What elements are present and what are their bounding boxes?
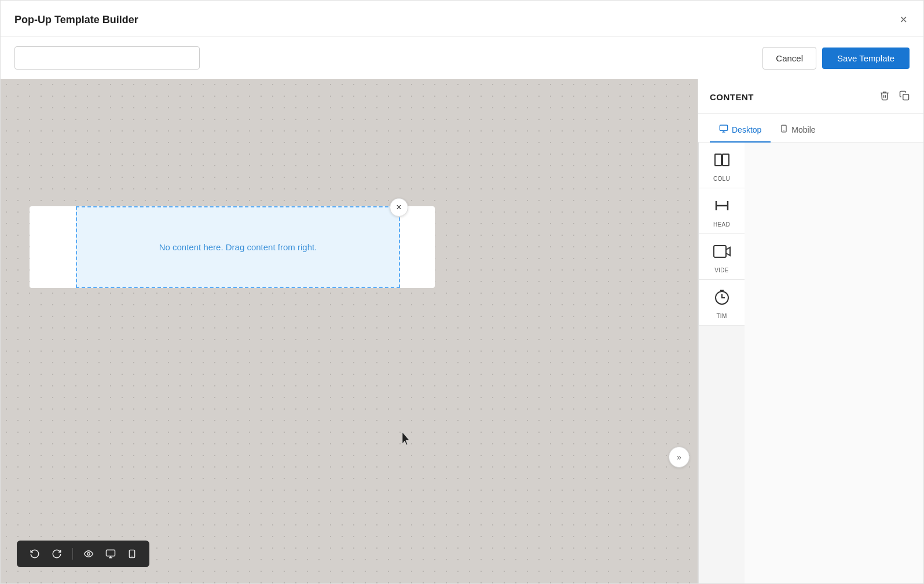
desktop-view-button[interactable] — [102, 546, 119, 561]
widget-columns[interactable]: COLU — [699, 143, 745, 188]
template-name-input[interactable] — [14, 46, 200, 70]
canvas-area: No content here. Drag content from right… — [1, 79, 698, 583]
toolbar-row: Cancel Save Template — [1, 37, 923, 79]
preview-button[interactable] — [80, 546, 97, 561]
widget-heading-label: HEAD — [713, 221, 730, 228]
undo-button[interactable] — [26, 546, 43, 561]
tab-desktop[interactable]: Desktop — [710, 119, 771, 143]
dialog-title: Pop-Up Template Builder — [14, 14, 138, 26]
svg-point-0 — [87, 553, 90, 556]
popup-wrapper: No content here. Drag content from right… — [76, 206, 400, 288]
svg-rect-13 — [723, 154, 729, 166]
desktop-tab-icon — [719, 124, 728, 136]
mobile-tab-icon — [780, 124, 788, 136]
widget-video-label: VIDE — [714, 267, 729, 273]
view-tabs: Desktop Mobile — [698, 114, 923, 143]
widget-strip: COLU HEAD — [698, 143, 745, 583]
sidebar-title: CONTENT — [710, 92, 754, 102]
svg-rect-4 — [129, 550, 134, 557]
toolbar-divider — [72, 548, 73, 560]
svg-rect-1 — [107, 550, 115, 556]
sidebar-delete-button[interactable] — [877, 88, 892, 106]
toolbar-actions: Cancel Save Template — [762, 47, 910, 70]
widget-columns-label: COLU — [713, 176, 730, 182]
tab-desktop-label: Desktop — [732, 125, 761, 134]
heading-icon — [713, 196, 731, 218]
expand-panel-button[interactable]: » — [669, 447, 690, 468]
popup-close-button[interactable]: × — [390, 198, 408, 217]
widget-video[interactable]: VIDE — [699, 234, 745, 280]
widget-timer-label: TIM — [716, 313, 727, 319]
sidebar-copy-button[interactable] — [897, 88, 912, 106]
svg-rect-17 — [714, 246, 726, 257]
tab-mobile[interactable]: Mobile — [771, 119, 824, 143]
popup-right-panel — [400, 206, 435, 288]
dialog-container: Pop-Up Template Builder × Cancel Save Te… — [0, 0, 924, 584]
cursor-indicator — [402, 432, 412, 445]
popup-content-area[interactable]: No content here. Drag content from right… — [76, 206, 400, 288]
timer-icon — [713, 288, 731, 309]
cancel-button[interactable]: Cancel — [762, 47, 816, 70]
main-area: No content here. Drag content from right… — [1, 79, 923, 583]
no-content-label: No content here. Drag content from right… — [159, 242, 317, 252]
popup-block: No content here. Drag content from right… — [30, 206, 435, 288]
dialog-header: Pop-Up Template Builder × — [1, 1, 923, 37]
tab-mobile-label: Mobile — [791, 125, 815, 134]
svg-rect-12 — [715, 154, 721, 166]
popup-left-panel — [30, 206, 76, 288]
widget-timer[interactable]: TIM — [699, 280, 745, 326]
sidebar-header-icons — [877, 88, 912, 106]
columns-icon — [713, 151, 731, 172]
widget-heading[interactable]: HEAD — [699, 188, 745, 234]
svg-rect-6 — [903, 94, 909, 100]
bottom-toolbar — [17, 541, 149, 567]
sidebar-inner: COLU HEAD — [698, 143, 923, 583]
right-sidebar: CONTENT Desktop — [698, 79, 923, 583]
save-template-button[interactable]: Save Template — [822, 48, 910, 69]
sidebar-content-area — [745, 143, 923, 583]
dialog-close-button[interactable]: × — [897, 11, 910, 28]
mobile-view-button[interactable] — [124, 546, 140, 561]
redo-button[interactable] — [48, 546, 65, 561]
svg-rect-7 — [720, 125, 727, 130]
video-icon — [713, 242, 731, 264]
sidebar-header: CONTENT — [698, 79, 923, 114]
